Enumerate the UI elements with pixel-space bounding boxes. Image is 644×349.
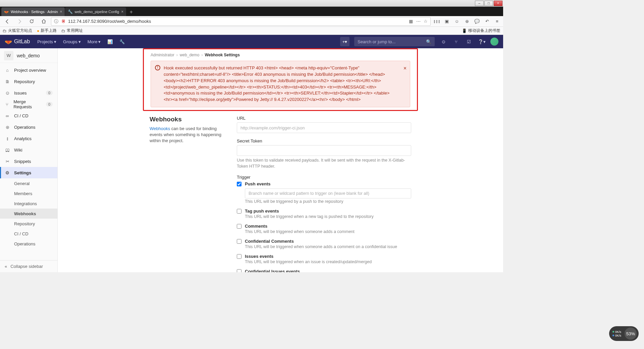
trigger-comments: CommentsThis URL will be triggered when … — [237, 224, 411, 234]
sidebar-subitem-repository[interactable]: Repository — [0, 219, 57, 229]
trigger-checkbox[interactable] — [237, 269, 241, 272]
url-input[interactable] — [237, 122, 411, 133]
nav-groups[interactable]: Groups▾ — [60, 37, 84, 46]
tab-close-icon[interactable]: × — [60, 9, 62, 14]
sidebar-item-issues[interactable]: ⊙Issues0 — [0, 87, 57, 99]
branch-pattern-input[interactable] — [245, 188, 411, 198]
trigger-checkbox[interactable] — [237, 254, 241, 259]
todos-icon[interactable]: ☑ — [465, 38, 473, 46]
url-input[interactable] — [68, 19, 406, 24]
create-new-button[interactable]: +▾ — [340, 37, 350, 46]
forward-button[interactable] — [15, 17, 24, 26]
library-icon[interactable]: ⫿⫿⫿ — [433, 18, 440, 25]
trigger-checkbox[interactable] — [237, 182, 241, 186]
browser-tab[interactable]: Webhooks · Settings · Admin × — [1, 7, 65, 16]
secret-token-help: Use this token to validate received payl… — [237, 158, 411, 169]
sidebar-subitem-webhooks[interactable]: Webhooks — [0, 209, 57, 219]
sidebar-item-operations[interactable]: ⊛Operations — [0, 121, 57, 133]
nav-admin-icon[interactable]: 🔧 — [117, 37, 127, 46]
sidebar-item-repository[interactable]: 🗎Repository — [0, 76, 57, 87]
webhooks-doc-link[interactable]: Webhooks — [150, 126, 170, 131]
sidebar-item-label: Merge Requests — [13, 99, 42, 109]
sidebar-subitem-ci-cd[interactable]: CI / CD — [0, 229, 57, 239]
sidebar-subitem-integrations[interactable]: Integrations — [0, 198, 57, 209]
reload-button[interactable] — [27, 17, 36, 26]
breadcrumb-item[interactable]: Administrator — [151, 53, 174, 57]
new-tab-button[interactable]: + — [126, 8, 136, 16]
trigger-checkbox[interactable] — [237, 224, 241, 229]
browser-tab[interactable]: 🔧 web_demo_pipeline Config × — [65, 7, 126, 16]
search-input[interactable] — [358, 39, 423, 44]
secret-token-label: Secret Token — [237, 138, 411, 143]
nav-activity-icon[interactable]: 📊 — [105, 37, 115, 46]
bookmark-item[interactable]: 🗀常用网址 — [61, 28, 83, 34]
section-description: Webhooks can be used for binding events … — [150, 126, 223, 144]
breadcrumb: Administrator › web_demo › Webhook Setti… — [151, 51, 410, 61]
shield-icon[interactable]: ⊕ — [464, 18, 470, 25]
breadcrumb-item[interactable]: web_demo — [180, 53, 200, 57]
menu-icon[interactable]: ≡ — [494, 18, 500, 25]
sidebar-item-label: Analytics — [14, 136, 32, 141]
nav-projects[interactable]: Projects▾ — [35, 37, 59, 46]
sidebar-project-header[interactable]: W web_demo — [0, 48, 57, 63]
share-icon[interactable]: ↶ — [484, 18, 490, 25]
secret-token-input[interactable] — [237, 145, 411, 156]
sidebar-icon[interactable]: ▣ — [443, 18, 450, 25]
sidebar-item-icon: 🗎 — [5, 79, 10, 84]
trigger-label: Confidential Issues events — [245, 269, 300, 272]
sidebar-item-project-overview[interactable]: ⌂Project overview — [0, 64, 57, 76]
window-minimize-button[interactable]: – — [475, 1, 484, 6]
sidebar-item-label: CI / CD — [14, 113, 29, 118]
page-actions-icon[interactable]: ⋯ — [416, 19, 421, 24]
home-button[interactable] — [39, 17, 48, 26]
trigger-description: This URL will be triggered when someone … — [245, 244, 411, 249]
alert-close-button[interactable]: × — [404, 64, 407, 72]
gitlab-header: GitLab Projects▾ Groups▾ More▾ 📊 🔧 +▾ 🔍 … — [0, 35, 503, 48]
sidebar-item-icon: ∞ — [5, 113, 10, 118]
url-label: URL — [237, 116, 411, 121]
back-button[interactable] — [3, 17, 12, 26]
url-bar[interactable]: ⓘ ⛨ ▦ ⋯ ☆ — [51, 17, 431, 26]
sidebar-item-wiki[interactable]: 🕮Wiki — [0, 144, 57, 156]
project-sidebar: W web_demo ⌂Project overview🗎Repository⊙… — [0, 48, 58, 272]
window-close-button[interactable]: × — [494, 1, 502, 6]
toolbar-right-icons: ⫿⫿⫿ ▣ ☺ ⊕ 💬 ↶ ≡ — [433, 18, 500, 25]
account-icon[interactable]: ☺ — [453, 18, 460, 25]
trigger-checkbox[interactable] — [237, 239, 241, 244]
sidebar-subitem-operations[interactable]: Operations — [0, 239, 57, 249]
bookmark-item[interactable]: 🗀火狐官方站点 — [3, 28, 32, 34]
sidebar-item-settings[interactable]: ⚙Settings — [0, 167, 57, 178]
trigger-label: Issues events — [245, 254, 273, 259]
collapse-sidebar-button[interactable]: « Collapse sidebar — [0, 260, 57, 272]
nav-more[interactable]: More▾ — [85, 37, 104, 46]
chat-icon[interactable]: 💬 — [474, 18, 480, 25]
bookmark-star-icon[interactable]: ☆ — [423, 19, 428, 24]
sidebar-item-snippets[interactable]: ✂Snippets — [0, 156, 57, 167]
bookmark-item[interactable]: ●新手上路 — [37, 28, 57, 34]
sidebar-item-ci-cd[interactable]: ∞CI / CD — [0, 110, 57, 121]
sidebar-item-merge-requests[interactable]: ⑂Merge Requests0 — [0, 99, 57, 110]
gitlab-logo[interactable]: GitLab — [5, 38, 30, 45]
alert-message: Hook executed successfully but returned … — [164, 65, 389, 102]
user-avatar[interactable] — [490, 38, 498, 46]
firefox-icon: ● — [37, 28, 39, 33]
trigger-checkbox[interactable] — [237, 209, 241, 214]
sidebar-subitem-general[interactable]: General — [0, 178, 57, 188]
help-icon[interactable]: ❔▾ — [478, 38, 486, 46]
window-maximize-button[interactable]: □ — [484, 1, 493, 6]
issues-icon[interactable]: ⊙ — [439, 38, 447, 46]
sidebar-item-analytics[interactable]: ⫿Analytics — [0, 133, 57, 144]
sidebar-subitem-members[interactable]: Members — [0, 188, 57, 198]
qr-icon[interactable]: ▦ — [408, 19, 414, 24]
chevron-down-icon: ▾ — [98, 39, 101, 44]
tab-title: web_demo_pipeline Config — [74, 10, 119, 14]
tracking-protection-icon[interactable]: ⛨ — [61, 19, 66, 24]
gitlab-search[interactable]: 🔍 — [354, 37, 435, 46]
sidebar-badge: 0 — [46, 91, 53, 95]
bookmark-mobile[interactable]: 📱移动设备上的书签 — [462, 28, 500, 34]
highlight-annotation: Administrator › web_demo › Webhook Setti… — [143, 48, 418, 111]
gitlab-brand-text: GitLab — [14, 39, 30, 45]
merge-requests-icon[interactable]: ⑂ — [452, 38, 460, 46]
tab-close-icon[interactable]: × — [121, 9, 123, 14]
site-info-icon[interactable]: ⓘ — [53, 19, 59, 24]
